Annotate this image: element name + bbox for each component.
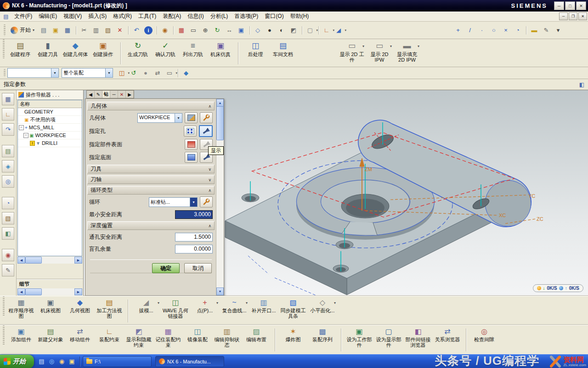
work-part-combo[interactable]: ▼ — [7, 68, 59, 78]
tool-axis-section-header[interactable]: 刀轴 ∨ — [87, 175, 215, 184]
web-browser-icon[interactable]: ◎ — [2, 175, 14, 188]
check-clearance-button[interactable]: ◎ 检查间隙 — [469, 326, 499, 354]
mdi-restore-button[interactable]: ❐ — [569, 12, 577, 20]
geometry-section-header[interactable]: 几何体 ∧ — [87, 102, 215, 110]
new-geometry-button[interactable] — [185, 112, 198, 123]
measure-distance-icon[interactable]: ▬ — [529, 25, 540, 36]
delete-icon[interactable]: ✕ — [114, 25, 125, 36]
create-geometry-button[interactable]: ◆ 创建几何体 — [62, 40, 89, 67]
snap-center-icon[interactable]: ○ — [488, 25, 499, 36]
depth-offset-section-header[interactable]: 深度偏置 ∧ — [87, 221, 215, 230]
chevron-down-icon[interactable]: ▼ — [105, 69, 113, 77]
constraint-navigator-icon[interactable]: ∟ — [2, 108, 14, 121]
geometry-combo[interactable]: WORKPIECE ▼ — [137, 113, 182, 123]
dialog-rail-toggle-icon[interactable]: ◧ — [579, 81, 584, 88]
process-studio-icon[interactable]: ◧ — [2, 227, 14, 240]
facet-button[interactable]: ◇ 小平面化... — [308, 297, 337, 325]
dialog-next-button[interactable]: ▶ — [126, 91, 134, 98]
draft-button[interactable]: ◢ 拔模... — [131, 297, 161, 325]
toolbar-options-icon[interactable]: ▾ — [553, 25, 564, 36]
interpart-link-browser-button[interactable]: ◧ 部件间链接浏览器 — [403, 326, 433, 354]
annotation-icon[interactable]: ✎ — [541, 25, 552, 36]
cut-icon[interactable]: ✂ — [79, 25, 90, 36]
dialog-minimize-button[interactable]: ─ — [110, 91, 118, 98]
menu-item[interactable]: 视图(V) — [60, 12, 85, 21]
add-component-button[interactable]: ▣ 添加组件 — [6, 326, 36, 354]
menu-item[interactable]: 帮助(H) — [287, 12, 312, 21]
menu-item[interactable]: 装配(A) — [159, 12, 184, 21]
copy-icon[interactable]: ▥ — [90, 25, 102, 36]
chevron-down-icon[interactable]: ▼ — [51, 69, 58, 77]
toolbar-grip[interactable] — [3, 39, 5, 58]
paste-icon[interactable]: ▧ — [102, 25, 113, 36]
pan-view-icon[interactable]: ↔ — [224, 25, 235, 36]
dialog-tab-drill[interactable]: 钻 — [102, 91, 110, 98]
wireframe-display-icon[interactable]: ◇ — [252, 25, 263, 36]
select-bottom-button[interactable] — [185, 152, 198, 163]
generate-toolpath-button[interactable]: ↻ 生成刀轨 — [124, 40, 152, 67]
edit-suppression-button[interactable]: ▥ 编辑抑制状态 — [212, 326, 242, 354]
new-file-icon[interactable]: ▤ — [38, 25, 49, 36]
navigator-title-bar[interactable]: 操作导航器 . . . — [17, 90, 83, 100]
nx-window-button[interactable]: NX 6 - Manufactu... — [155, 356, 224, 367]
show-hide-icon[interactable]: ▦ — [176, 25, 187, 36]
close-button[interactable]: ✕ — [576, 1, 586, 10]
toolbar-grip[interactable] — [3, 325, 5, 345]
dialog-close-button[interactable]: ✕ — [118, 91, 126, 98]
select-part-surface-button[interactable] — [185, 139, 198, 150]
minimize-button[interactable]: ─ — [554, 1, 564, 10]
mdi-close-button[interactable]: ✕ — [578, 12, 587, 20]
tree-item[interactable]: GEOMETRY — [18, 108, 82, 116]
chevron-down-icon[interactable]: ▼ — [190, 198, 197, 207]
menu-item[interactable]: 信息(I) — [184, 12, 207, 21]
snap-intersection-icon[interactable]: × — [500, 25, 511, 36]
verify-toolpath-button[interactable]: ✓ 确认刀轨 — [152, 40, 179, 67]
history-icon[interactable]: ◔ — [2, 197, 14, 209]
expand-icon[interactable]: − — [23, 133, 28, 138]
remember-constraints-button[interactable]: ▦ 记住装配约束 — [153, 326, 183, 354]
hd3d-tools-icon[interactable]: ◈ — [2, 160, 14, 172]
snap-quadrant-icon[interactable]: ◔ — [512, 25, 523, 36]
relations-browser-button[interactable]: ⇄ 关系浏览器 — [433, 326, 462, 354]
explorer-window-button[interactable]: F:\ — [83, 356, 152, 367]
wave-geometry-linker-button[interactable]: ◫ WAVE 几何链接器 — [161, 297, 190, 325]
tree-item[interactable]: ! ▼ DRILLI — [18, 139, 82, 147]
menu-item[interactable]: 窗口(O) — [261, 12, 287, 21]
reference-set-icon[interactable]: ↺ — [128, 68, 139, 79]
mirror-assembly-button[interactable]: ◫ 镜像装配 — [183, 326, 212, 354]
new-parent-button[interactable]: ▤ 新建父对象 — [36, 326, 65, 354]
edit-arrangement-button[interactable]: ▨ 编辑布置 — [242, 326, 271, 354]
dialog-vscrollbar[interactable]: ▲ ▼ — [216, 99, 224, 295]
shaded-display-icon[interactable]: ● — [264, 25, 275, 36]
details-hscrollbar[interactable]: ◀ ▶ — [17, 288, 82, 295]
display-holes-button[interactable] — [199, 125, 213, 137]
fit-window-icon[interactable]: ▣ — [236, 25, 247, 36]
selection-rect-icon[interactable]: ▭ — [164, 68, 175, 79]
show-filled-2d-ipw-button[interactable]: ▬ 显示填充 2D IPW — [393, 40, 421, 67]
visual-report-icon[interactable]: ◉ — [159, 25, 170, 36]
select-holes-button[interactable] — [184, 126, 197, 137]
machining-method-view-button[interactable]: ▤ 加工方法视图 — [95, 297, 124, 325]
exploded-view-button[interactable]: ✶ 爆炸图 — [278, 326, 308, 354]
tool-section-header[interactable]: 刀具 ∨ — [87, 165, 215, 173]
system-materials-icon[interactable]: ▧ — [2, 212, 14, 224]
touch-mode-icon[interactable]: ✎ — [2, 264, 14, 276]
reuse-library-icon[interactable]: ▤ — [2, 145, 14, 157]
cycle-type-section-header[interactable]: 循环类型 ∧ — [87, 186, 215, 195]
orient-view-icon[interactable]: ∟ — [321, 25, 332, 36]
snap-midpoint-icon[interactable]: ∙ — [476, 25, 487, 36]
menu-item[interactable]: 文件(F) — [11, 12, 35, 21]
point-button[interactable]: + 点(P)... — [190, 297, 220, 325]
menu-item[interactable]: 首选项(P) — [231, 12, 261, 21]
synchronous-modeling-toolbar-button[interactable]: ▧ 同步建模工具条 — [278, 297, 308, 325]
net-speed-widget[interactable]: ↓ 0K/S ↑ 0K/S — [533, 284, 583, 292]
column-header-name[interactable]: 名称 — [18, 100, 82, 108]
tree-item[interactable]: − + MCS_MILL — [18, 124, 82, 132]
cycle-combo[interactable]: 标准钻... ▼ — [149, 197, 198, 207]
geometry-view-button[interactable]: ◆ 几何视图 — [65, 297, 95, 325]
create-operation-button[interactable]: ▣ 创建操作 — [89, 40, 117, 67]
composite-curve-button[interactable]: ~ 复合曲线... — [220, 297, 249, 325]
toolbar-grip[interactable] — [4, 24, 6, 36]
assembly-navigator-icon[interactable]: ▦ — [2, 93, 14, 105]
show-desktop-icon[interactable]: ▤ — [38, 357, 45, 365]
